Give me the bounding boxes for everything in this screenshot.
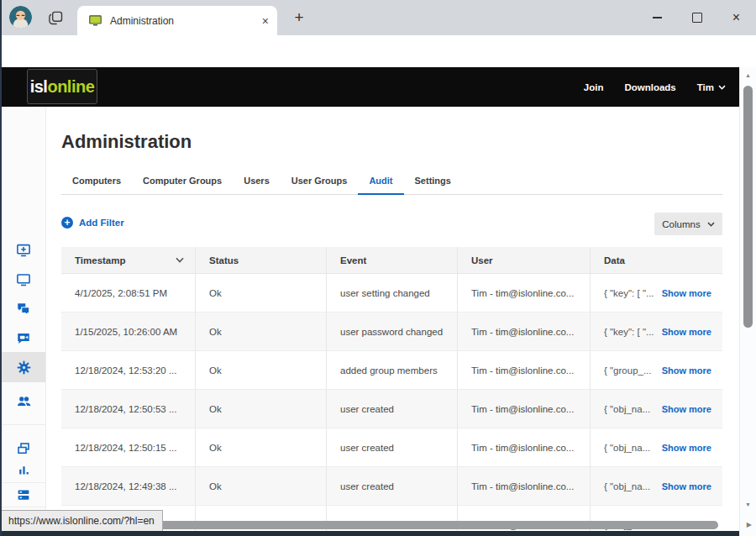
site-nav: Join Downloads Tim: [584, 67, 726, 107]
horizontal-scrollbar-thumb[interactable]: [151, 521, 718, 529]
audit-table: Timestamp Status Event User Data 4/1/202…: [61, 247, 722, 536]
cell-timestamp: 12/18/2024, 12:53:20 ...: [61, 351, 195, 389]
cell-event: user setting changed: [326, 274, 457, 312]
sidebar-item-users[interactable]: [2, 386, 45, 415]
profile-avatar[interactable]: [9, 6, 32, 29]
avatar-icon: [9, 6, 32, 29]
browser-titlebar: Administration × + ×: [0, 0, 756, 35]
cell-timestamp: 12/18/2024, 12:50:53 ...: [61, 390, 195, 428]
monitor-plus-icon: [16, 243, 31, 258]
table-body: 4/1/2025, 2:08:51 PM Ok user setting cha…: [61, 274, 722, 536]
cell-status: Ok: [195, 351, 326, 389]
site-header: islonline Join Downloads Tim: [0, 67, 739, 107]
cell-event: added group members: [326, 351, 457, 389]
tab-audit[interactable]: Audit: [358, 170, 403, 195]
page-title: Administration: [61, 131, 192, 153]
maximize-icon: [692, 13, 702, 23]
logo-text-primary: isl: [30, 77, 48, 97]
new-tab-button[interactable]: +: [288, 7, 310, 29]
bar-chart-icon: [17, 463, 31, 477]
add-filter-button[interactable]: + Add Filter: [61, 217, 124, 229]
vertical-scrollbar-thumb[interactable]: [743, 86, 753, 328]
data-preview: { "group_...: [604, 365, 652, 376]
cell-event: user created: [326, 390, 457, 428]
minimize-button[interactable]: [638, 0, 677, 35]
scroll-right-icon[interactable]: ▶: [747, 521, 752, 528]
cell-user: Tim - tim@islonline.co...: [457, 313, 590, 350]
cell-data: { "obj_na... Show more: [590, 428, 722, 466]
cell-user: Tim - tim@islonline.co...: [457, 390, 590, 428]
plus-circle-icon: +: [61, 217, 73, 229]
window-controls: ×: [638, 0, 756, 35]
show-more-link[interactable]: Show more: [662, 288, 711, 298]
table-row[interactable]: 12/18/2024, 12:49:38 ... Ok user created…: [61, 467, 722, 506]
scroll-down-icon[interactable]: ▼: [740, 502, 756, 507]
close-button[interactable]: ×: [717, 0, 756, 35]
table-row[interactable]: 4/1/2025, 2:08:51 PM Ok user setting cha…: [61, 274, 722, 313]
tab-user-groups[interactable]: User Groups: [281, 170, 359, 195]
nav-user-menu[interactable]: Tim: [697, 82, 726, 92]
tab-close-icon[interactable]: ×: [262, 14, 269, 28]
islonline-logo[interactable]: islonline: [27, 69, 97, 104]
cell-data: { "group_... Show more: [590, 351, 722, 389]
tab-computer-groups[interactable]: Computer Groups: [132, 170, 233, 195]
sort-chevron-down-icon: [176, 257, 184, 263]
nav-join[interactable]: Join: [584, 82, 604, 92]
workspaces-icon[interactable]: [46, 8, 65, 27]
cell-event: user created: [326, 467, 457, 505]
sidebar-item-computers[interactable]: [2, 265, 45, 294]
show-more-link[interactable]: Show more: [662, 365, 711, 376]
data-preview: { "obj_na...: [604, 443, 650, 453]
browser-tab-administration[interactable]: Administration ×: [77, 6, 277, 35]
app-sidebar: [2, 107, 46, 536]
sidebar-item-settings[interactable]: [2, 352, 45, 382]
server-icon: [16, 487, 31, 502]
column-header-user[interactable]: User: [457, 247, 590, 273]
cell-status: Ok: [195, 313, 326, 350]
sidebar-item-chat[interactable]: [2, 295, 45, 323]
scroll-up-icon[interactable]: ▲: [740, 72, 756, 78]
tab-settings[interactable]: Settings: [404, 170, 462, 195]
cell-data: { "obj_na... Show more: [590, 467, 722, 505]
chevron-down-icon: [718, 85, 726, 90]
nav-downloads[interactable]: Downloads: [624, 82, 675, 92]
cell-timestamp: 12/18/2024, 12:50:15 ...: [61, 428, 195, 466]
show-more-link[interactable]: Show more: [662, 404, 711, 414]
show-more-link[interactable]: Show more: [662, 481, 711, 491]
table-row[interactable]: 12/18/2024, 12:50:15 ... Ok user created…: [61, 428, 722, 467]
data-preview: { "obj_na...: [604, 481, 650, 491]
cell-timestamp: 12/18/2024, 12:49:38 ...: [61, 467, 195, 505]
column-header-status[interactable]: Status: [195, 247, 326, 273]
show-more-link[interactable]: Show more: [662, 327, 711, 337]
show-more-link[interactable]: Show more: [662, 443, 711, 453]
minimize-icon: [653, 17, 662, 18]
logo-text-secondary: online: [47, 77, 94, 97]
video-chat-icon: [16, 331, 31, 346]
column-header-timestamp[interactable]: Timestamp: [61, 247, 195, 273]
columns-button[interactable]: Columns: [654, 213, 722, 235]
windows-stack-icon: [16, 441, 31, 456]
column-header-data[interactable]: Data: [590, 247, 722, 273]
close-icon: ×: [732, 11, 740, 24]
users-icon: [16, 393, 32, 409]
add-filter-label: Add Filter: [79, 218, 124, 228]
sidebar-item-new-session[interactable]: [2, 236, 45, 265]
vertical-scrollbar[interactable]: ▲ ▼: [739, 67, 756, 536]
data-preview: { "key": [ "...: [604, 288, 654, 298]
table-row[interactable]: 12/18/2024, 12:53:20 ... Ok added group …: [61, 351, 722, 390]
chat-icon: [16, 302, 31, 317]
cell-timestamp: 4/1/2025, 2:08:51 PM: [61, 274, 195, 312]
sidebar-item-video-chat[interactable]: [2, 324, 45, 353]
cell-status: Ok: [195, 428, 326, 466]
table-row[interactable]: 1/15/2025, 10:26:00 AM Ok user password …: [61, 313, 722, 351]
sidebar-item-reports[interactable]: [2, 455, 45, 484]
maximize-button[interactable]: [677, 0, 717, 35]
tab-users[interactable]: Users: [233, 170, 281, 195]
tab-computers[interactable]: Computers: [61, 170, 132, 195]
column-header-event[interactable]: Event: [326, 247, 457, 273]
window-left-border: [0, 0, 2, 536]
sidebar-separator: [2, 424, 45, 425]
gear-icon: [16, 360, 32, 376]
table-row[interactable]: 12/18/2024, 12:50:53 ... Ok user created…: [61, 390, 722, 428]
cell-user: Tim - tim@islonline.co...: [457, 467, 590, 505]
